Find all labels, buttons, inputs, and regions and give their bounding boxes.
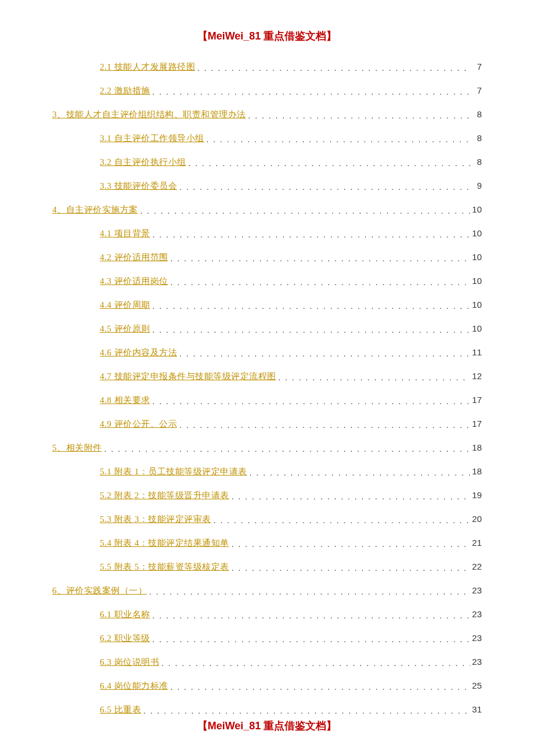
toc-entry-page: 18 (470, 465, 482, 477)
toc-entry: 6.1 职业名称23 (52, 608, 482, 621)
toc-entry: 6.2 职业等级23 (52, 632, 482, 645)
toc-entry-page: 23 (470, 656, 482, 668)
toc-entry-label[interactable]: 4.7 技能评定申报条件与技能等级评定流程图 (100, 370, 276, 383)
toc-entry-label[interactable]: 6.3 岗位说明书 (100, 656, 159, 668)
toc-entry-label[interactable]: 6.5 比重表 (100, 704, 141, 716)
toc-entry-label[interactable]: 5.3 附表 3：技能评定评审表 (100, 513, 211, 525)
toc-entry-label[interactable]: 3、技能人才自主评价组织结构、职责和管理办法 (52, 109, 246, 121)
toc-entry-leader (229, 563, 470, 574)
toc-entry-label[interactable]: 3.1 自主评价工作领导小组 (100, 132, 204, 145)
toc-entry: 5.3 附表 3：技能评定评审表20 (52, 513, 482, 525)
toc-entry-leader (159, 658, 470, 669)
toc-entry: 3、技能人才自主评价组织结构、职责和管理办法8 (52, 108, 482, 121)
toc-entry: 4.5 评价原则10 (52, 322, 482, 335)
toc-entry-label[interactable]: 4、自主评价实施方案 (52, 204, 138, 216)
toc-entry-leader (168, 682, 471, 693)
toc-entry-page: 10 (470, 322, 482, 334)
toc-entry: 3.2 自主评价执行小组8 (52, 156, 482, 168)
toc-entry-page: 25 (470, 679, 482, 692)
toc-entry-page: 23 (470, 608, 482, 620)
toc-entry-page: 10 (470, 251, 482, 263)
toc-entry-leader (168, 277, 471, 289)
toc-entry-page: 10 (470, 298, 482, 311)
toc-entry-label[interactable]: 4.4 评价周期 (100, 299, 150, 311)
toc-entry-page: 10 (470, 227, 482, 239)
toc-entry-page: 19 (470, 489, 482, 501)
toc-entry-label[interactable]: 2.2 激励措施 (100, 85, 150, 97)
toc-entry-leader (141, 705, 470, 717)
toc-entry-label[interactable]: 4.8 相关要求 (100, 394, 150, 406)
toc-entry-page: 8 (470, 108, 482, 120)
toc-entry-leader (229, 491, 470, 503)
toc-entry-page: 23 (470, 584, 482, 596)
toc-entry-leader (102, 444, 471, 455)
toc-entry-label[interactable]: 6、评价实践案例（一） (52, 585, 147, 597)
toc-entry-label[interactable]: 4.9 评价公开、公示 (100, 418, 177, 430)
toc-entry: 4.4 评价周期10 (52, 298, 482, 311)
toc-entry-leader (150, 396, 471, 408)
toc-entry-label[interactable]: 4.2 评价适用范围 (100, 251, 168, 264)
toc-entry-leader (177, 420, 470, 431)
toc-entry-page: 7 (470, 84, 482, 96)
toc-entry-label[interactable]: 6.1 职业名称 (100, 609, 150, 621)
toc-entry: 4.7 技能评定申报条件与技能等级评定流程图12 (52, 370, 482, 383)
toc-entry-label[interactable]: 5.2 附表 2：技能等级晋升申请表 (100, 489, 229, 502)
toc-entry-label[interactable]: 4.6 评价内容及方法 (100, 347, 177, 359)
table-of-contents: 2.1 技能人才发展路径图72.2 激励措施73、技能人才自主评价组织结构、职责… (52, 60, 482, 716)
toc-entry-label[interactable]: 3.3 技能评价委员会 (100, 180, 177, 192)
toc-entry-leader (138, 206, 471, 217)
toc-entry-leader (247, 467, 470, 479)
toc-entry-page: 23 (470, 632, 482, 644)
toc-entry-page: 11 (470, 346, 482, 358)
toc-entry: 5.2 附表 2：技能等级晋升申请表19 (52, 489, 482, 502)
toc-entry-page: 12 (470, 370, 482, 382)
toc-entry-label[interactable]: 2.1 技能人才发展路径图 (100, 61, 195, 73)
toc-entry: 4.1 项目背景10 (52, 227, 482, 240)
toc-entry-leader (147, 586, 470, 598)
toc-entry: 4.3 评价适用岗位10 (52, 275, 482, 287)
toc-entry-page: 22 (470, 560, 482, 573)
toc-entry-leader (177, 348, 470, 360)
toc-entry-page: 8 (470, 132, 482, 144)
toc-entry: 3.3 技能评价委员会9 (52, 179, 482, 192)
toc-entry-label[interactable]: 4.3 评价适用岗位 (100, 275, 168, 287)
toc-entry-label[interactable]: 6.2 职业等级 (100, 632, 150, 645)
toc-entry: 6、评价实践案例（一）23 (52, 584, 482, 597)
toc-entry: 5.1 附表 1：员工技能等级评定申请表18 (52, 465, 482, 478)
toc-entry-leader (195, 63, 470, 74)
toc-entry-label[interactable]: 4.5 评价原则 (100, 323, 150, 335)
toc-entry-page: 10 (470, 203, 482, 215)
toc-entry-leader (177, 182, 470, 193)
toc-entry-leader (150, 87, 471, 98)
toc-entry-page: 7 (470, 60, 482, 73)
page-footer-title: 【MeiWei_81 重点借鉴文档】 (0, 719, 534, 733)
toc-entry: 4、自主评价实施方案10 (52, 203, 482, 216)
toc-entry: 6.5 比重表31 (52, 703, 482, 716)
toc-entry-label[interactable]: 5.4 附表 4：技能评定结果通知单 (100, 537, 229, 549)
toc-entry-page: 31 (470, 703, 482, 715)
toc-entry: 2.2 激励措施7 (52, 84, 482, 97)
toc-entry-leader (276, 372, 471, 384)
toc-entry-label[interactable]: 5、相关附件 (52, 442, 102, 454)
toc-entry: 4.9 评价公开、公示17 (52, 417, 482, 430)
toc-entry-label[interactable]: 6.4 岗位能力标准 (100, 680, 168, 692)
toc-entry-page: 17 (470, 417, 482, 430)
toc-entry: 5、相关附件18 (52, 441, 482, 454)
toc-entry-leader (168, 253, 471, 265)
toc-entry-leader (229, 539, 470, 550)
toc-entry-page: 8 (470, 156, 482, 168)
page-header-title: 【MeiWei_81 重点借鉴文档】 (52, 29, 482, 43)
toc-entry: 4.8 相关要求17 (52, 394, 482, 406)
toc-entry-label[interactable]: 4.1 项目背景 (100, 228, 150, 240)
toc-entry-label[interactable]: 3.2 自主评价执行小组 (100, 156, 186, 168)
toc-entry: 5.5 附表 5：技能薪资等级核定表22 (52, 560, 482, 573)
toc-entry-label[interactable]: 5.5 附表 5：技能薪资等级核定表 (100, 561, 229, 573)
toc-entry-label[interactable]: 5.1 附表 1：员工技能等级评定申请表 (100, 466, 247, 478)
toc-entry: 2.1 技能人才发展路径图7 (52, 60, 482, 73)
toc-entry-page: 9 (470, 179, 482, 192)
toc-entry-leader (204, 134, 471, 146)
toc-entry-page: 18 (470, 441, 482, 453)
toc-entry-page: 20 (470, 513, 482, 525)
toc-entry-leader (211, 515, 470, 527)
toc-entry-leader (150, 325, 471, 336)
